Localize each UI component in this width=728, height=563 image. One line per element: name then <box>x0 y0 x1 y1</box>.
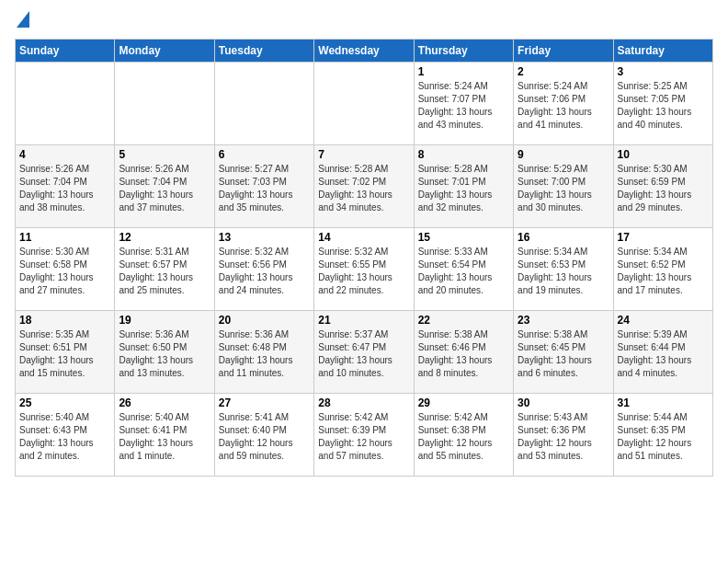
calendar-cell: 14Sunrise: 5:32 AM Sunset: 6:55 PM Dayli… <box>314 228 414 311</box>
day-number: 15 <box>418 231 509 244</box>
day-number: 23 <box>518 314 609 327</box>
calendar-cell: 16Sunrise: 5:34 AM Sunset: 6:53 PM Dayli… <box>514 228 613 311</box>
day-info: Sunrise: 5:40 AM Sunset: 6:43 PM Dayligh… <box>19 411 110 463</box>
day-header-saturday: Saturday <box>613 40 712 63</box>
calendar-header-row: SundayMondayTuesdayWednesdayThursdayFrid… <box>16 40 713 63</box>
calendar-cell: 21Sunrise: 5:37 AM Sunset: 6:47 PM Dayli… <box>314 311 414 394</box>
day-number: 31 <box>618 396 709 409</box>
calendar-cell: 8Sunrise: 5:28 AM Sunset: 7:01 PM Daylig… <box>414 145 513 228</box>
calendar-cell: 5Sunrise: 5:26 AM Sunset: 7:04 PM Daylig… <box>115 145 214 228</box>
svg-marker-0 <box>17 11 29 28</box>
day-header-thursday: Thursday <box>414 40 513 63</box>
calendar-cell: 24Sunrise: 5:39 AM Sunset: 6:44 PM Dayli… <box>613 311 712 394</box>
calendar-cell: 22Sunrise: 5:38 AM Sunset: 6:46 PM Dayli… <box>414 311 513 394</box>
day-number: 28 <box>318 396 409 409</box>
day-info: Sunrise: 5:32 AM Sunset: 6:55 PM Dayligh… <box>318 246 409 297</box>
calendar-cell <box>214 63 313 145</box>
day-number: 12 <box>119 231 210 244</box>
day-info: Sunrise: 5:35 AM Sunset: 6:51 PM Dayligh… <box>19 328 110 380</box>
calendar-cell: 10Sunrise: 5:30 AM Sunset: 6:59 PM Dayli… <box>613 145 712 228</box>
calendar-week-5: 25Sunrise: 5:40 AM Sunset: 6:43 PM Dayli… <box>16 394 713 477</box>
day-header-tuesday: Tuesday <box>214 40 313 63</box>
day-info: Sunrise: 5:30 AM Sunset: 6:59 PM Dayligh… <box>618 163 709 214</box>
day-info: Sunrise: 5:34 AM Sunset: 6:53 PM Dayligh… <box>518 246 609 297</box>
day-number: 6 <box>219 148 310 161</box>
day-number: 18 <box>19 314 110 327</box>
calendar-week-3: 11Sunrise: 5:30 AM Sunset: 6:58 PM Dayli… <box>16 228 713 311</box>
calendar-cell: 11Sunrise: 5:30 AM Sunset: 6:58 PM Dayli… <box>16 228 115 311</box>
calendar-cell: 25Sunrise: 5:40 AM Sunset: 6:43 PM Dayli… <box>16 394 115 477</box>
day-number: 20 <box>219 314 310 327</box>
day-number: 1 <box>418 65 509 78</box>
day-header-wednesday: Wednesday <box>314 40 414 63</box>
day-header-monday: Monday <box>115 40 214 63</box>
day-info: Sunrise: 5:39 AM Sunset: 6:44 PM Dayligh… <box>618 328 709 380</box>
day-number: 7 <box>318 148 409 161</box>
day-header-friday: Friday <box>514 40 613 63</box>
day-info: Sunrise: 5:36 AM Sunset: 6:50 PM Dayligh… <box>119 328 210 380</box>
day-info: Sunrise: 5:36 AM Sunset: 6:48 PM Dayligh… <box>219 328 310 380</box>
calendar-cell <box>16 63 115 145</box>
day-number: 13 <box>219 231 310 244</box>
day-number: 17 <box>618 231 709 244</box>
calendar-cell: 12Sunrise: 5:31 AM Sunset: 6:57 PM Dayli… <box>115 228 214 311</box>
day-number: 29 <box>418 396 509 409</box>
day-number: 26 <box>119 396 210 409</box>
day-info: Sunrise: 5:27 AM Sunset: 7:03 PM Dayligh… <box>219 163 310 214</box>
day-number: 22 <box>418 314 509 327</box>
day-info: Sunrise: 5:24 AM Sunset: 7:07 PM Dayligh… <box>418 80 509 132</box>
day-info: Sunrise: 5:42 AM Sunset: 6:38 PM Dayligh… <box>418 411 509 463</box>
day-info: Sunrise: 5:37 AM Sunset: 6:47 PM Dayligh… <box>318 328 409 380</box>
day-info: Sunrise: 5:28 AM Sunset: 7:02 PM Dayligh… <box>318 163 409 214</box>
day-number: 21 <box>318 314 409 327</box>
day-number: 30 <box>518 396 609 409</box>
day-number: 24 <box>618 314 709 327</box>
calendar-cell: 1Sunrise: 5:24 AM Sunset: 7:07 PM Daylig… <box>414 63 513 145</box>
calendar-cell: 19Sunrise: 5:36 AM Sunset: 6:50 PM Dayli… <box>115 311 214 394</box>
day-number: 19 <box>119 314 210 327</box>
calendar-cell: 18Sunrise: 5:35 AM Sunset: 6:51 PM Dayli… <box>16 311 115 394</box>
day-info: Sunrise: 5:31 AM Sunset: 6:57 PM Dayligh… <box>119 246 210 297</box>
day-number: 2 <box>518 65 609 78</box>
day-number: 27 <box>219 396 310 409</box>
calendar-cell: 23Sunrise: 5:38 AM Sunset: 6:45 PM Dayli… <box>514 311 613 394</box>
calendar-cell <box>314 63 414 145</box>
calendar-week-4: 18Sunrise: 5:35 AM Sunset: 6:51 PM Dayli… <box>16 311 713 394</box>
day-number: 9 <box>518 148 609 161</box>
day-number: 14 <box>318 231 409 244</box>
calendar-cell: 27Sunrise: 5:41 AM Sunset: 6:40 PM Dayli… <box>214 394 313 477</box>
day-info: Sunrise: 5:43 AM Sunset: 6:36 PM Dayligh… <box>518 411 609 463</box>
calendar-cell: 9Sunrise: 5:29 AM Sunset: 7:00 PM Daylig… <box>514 145 613 228</box>
day-info: Sunrise: 5:28 AM Sunset: 7:01 PM Dayligh… <box>418 163 509 214</box>
day-number: 4 <box>19 148 110 161</box>
logo <box>15 15 29 28</box>
day-info: Sunrise: 5:26 AM Sunset: 7:04 PM Dayligh… <box>19 163 110 214</box>
calendar-week-1: 1Sunrise: 5:24 AM Sunset: 7:07 PM Daylig… <box>16 63 713 145</box>
calendar-cell: 26Sunrise: 5:40 AM Sunset: 6:41 PM Dayli… <box>115 394 214 477</box>
day-info: Sunrise: 5:29 AM Sunset: 7:00 PM Dayligh… <box>518 163 609 214</box>
day-info: Sunrise: 5:41 AM Sunset: 6:40 PM Dayligh… <box>219 411 310 463</box>
day-info: Sunrise: 5:34 AM Sunset: 6:52 PM Dayligh… <box>618 246 709 297</box>
day-number: 11 <box>19 231 110 244</box>
day-number: 3 <box>618 65 709 78</box>
calendar-cell: 13Sunrise: 5:32 AM Sunset: 6:56 PM Dayli… <box>214 228 313 311</box>
calendar-cell: 6Sunrise: 5:27 AM Sunset: 7:03 PM Daylig… <box>214 145 313 228</box>
calendar-cell: 31Sunrise: 5:44 AM Sunset: 6:35 PM Dayli… <box>613 394 712 477</box>
page-header <box>15 15 713 28</box>
calendar-cell: 7Sunrise: 5:28 AM Sunset: 7:02 PM Daylig… <box>314 145 414 228</box>
day-info: Sunrise: 5:26 AM Sunset: 7:04 PM Dayligh… <box>119 163 210 214</box>
calendar-table: SundayMondayTuesdayWednesdayThursdayFrid… <box>15 39 713 477</box>
day-info: Sunrise: 5:32 AM Sunset: 6:56 PM Dayligh… <box>219 246 310 297</box>
day-info: Sunrise: 5:38 AM Sunset: 6:46 PM Dayligh… <box>418 328 509 380</box>
day-info: Sunrise: 5:25 AM Sunset: 7:05 PM Dayligh… <box>618 80 709 132</box>
day-number: 5 <box>119 148 210 161</box>
calendar-cell: 4Sunrise: 5:26 AM Sunset: 7:04 PM Daylig… <box>16 145 115 228</box>
day-info: Sunrise: 5:24 AM Sunset: 7:06 PM Dayligh… <box>518 80 609 132</box>
logo-triangle-icon <box>17 11 29 28</box>
calendar-cell: 2Sunrise: 5:24 AM Sunset: 7:06 PM Daylig… <box>514 63 613 145</box>
calendar-cell: 28Sunrise: 5:42 AM Sunset: 6:39 PM Dayli… <box>314 394 414 477</box>
calendar-week-2: 4Sunrise: 5:26 AM Sunset: 7:04 PM Daylig… <box>16 145 713 228</box>
calendar-cell: 15Sunrise: 5:33 AM Sunset: 6:54 PM Dayli… <box>414 228 513 311</box>
calendar-cell: 29Sunrise: 5:42 AM Sunset: 6:38 PM Dayli… <box>414 394 513 477</box>
calendar-cell <box>115 63 214 145</box>
